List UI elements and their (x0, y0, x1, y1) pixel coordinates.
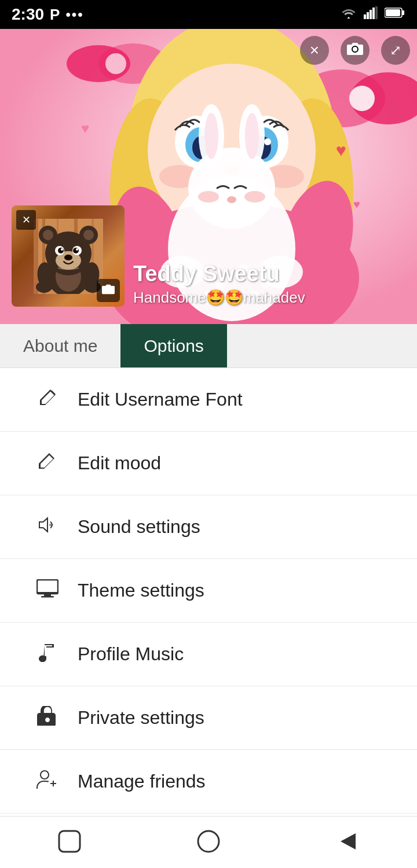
profile-music-icon (35, 642, 60, 667)
nav-back-button[interactable] (324, 825, 371, 860)
svg-rect-84 (41, 596, 54, 598)
option-profile-music[interactable]: Profile Music (0, 623, 417, 686)
status-time: 2:30 (12, 5, 44, 24)
nav-recents-icon (57, 829, 82, 856)
cover-camera-button[interactable] (341, 36, 370, 65)
svg-rect-2 (370, 10, 372, 19)
option-theme-settings[interactable]: Theme settings (0, 559, 417, 623)
svg-text:♥: ♥ (81, 120, 89, 136)
options-list: Edit Username Font Edit mood Sound setti… (0, 368, 417, 868)
sound-settings-icon (35, 515, 60, 539)
svg-rect-85 (59, 831, 80, 852)
svg-point-69 (58, 248, 64, 253)
sound-settings-label: Sound settings (78, 516, 200, 538)
svg-point-44 (245, 113, 259, 159)
svg-point-70 (61, 248, 63, 251)
svg-marker-87 (341, 833, 356, 849)
svg-text:♥: ♥ (353, 198, 360, 211)
svg-rect-81 (37, 580, 58, 594)
svg-point-72 (73, 248, 79, 253)
avatar-camera-button[interactable] (97, 279, 120, 302)
svg-rect-3 (372, 8, 375, 19)
nav-recents-button[interactable] (46, 825, 93, 860)
profile-status: Handsome🤩🤩mahadev (133, 289, 405, 307)
private-settings-icon (35, 706, 60, 730)
svg-rect-82 (37, 592, 58, 594)
battery-icon (385, 7, 405, 22)
cover-close-icon: × (310, 41, 319, 60)
edit-username-font-label: Edit Username Font (78, 389, 243, 410)
svg-point-73 (76, 248, 78, 251)
svg-rect-6 (402, 10, 404, 15)
nav-back-icon (335, 829, 360, 856)
avatar-close-button[interactable]: ✕ (16, 210, 36, 230)
svg-rect-55 (34, 219, 38, 294)
svg-point-14 (349, 86, 375, 111)
private-settings-label: Private settings (78, 707, 204, 729)
edit-mood-icon (35, 451, 60, 476)
svg-point-66 (83, 230, 94, 240)
nav-home-button[interactable] (185, 825, 232, 860)
edit-mood-label: Edit mood (78, 453, 161, 474)
option-edit-mood[interactable]: Edit mood (0, 432, 417, 495)
svg-point-47 (227, 196, 236, 203)
avatar-close-icon: ✕ (22, 214, 31, 226)
edit-username-font-icon (35, 388, 60, 412)
status-left: 2:30 P ••• (12, 5, 84, 24)
carrier-icon: P (50, 6, 60, 24)
manage-friends-icon (35, 770, 60, 793)
svg-point-77 (36, 281, 52, 293)
profile-music-label: Profile Music (78, 643, 184, 665)
cover-close-button[interactable]: × (300, 36, 329, 65)
tab-about-me-label: About me (23, 336, 97, 356)
tab-options[interactable]: Options (120, 324, 226, 367)
cover-top-controls: × ⤢ (300, 36, 410, 65)
svg-point-11 (105, 53, 126, 74)
svg-point-40 (188, 148, 275, 229)
status-bar: 2:30 P ••• (0, 0, 417, 29)
tab-about-me[interactable]: About me (0, 324, 120, 367)
tab-options-label: Options (144, 336, 203, 356)
svg-point-45 (198, 191, 219, 203)
cover-expand-icon: ⤢ (390, 42, 401, 58)
svg-point-46 (244, 191, 265, 203)
profile-info: Teddy Sweetu Handsome🤩🤩mahadev (133, 262, 405, 307)
cover-camera-icon (347, 42, 363, 60)
wifi-icon (341, 6, 357, 23)
svg-point-80 (49, 524, 52, 526)
signal-icon (364, 6, 378, 23)
theme-settings-icon (35, 579, 60, 602)
main-content: 2:30 P ••• (0, 0, 417, 868)
svg-point-86 (198, 831, 219, 852)
status-dots: ••• (65, 6, 83, 23)
manage-friends-label: Manage friends (78, 771, 206, 792)
svg-rect-4 (375, 6, 378, 19)
tab-bar: About me Options (0, 324, 417, 368)
option-manage-friends[interactable]: Manage friends (0, 750, 417, 814)
svg-point-26 (264, 138, 271, 145)
theme-settings-label: Theme settings (78, 580, 204, 601)
svg-rect-0 (364, 14, 366, 19)
nav-home-icon (196, 829, 221, 856)
avatar-container: ✕ (12, 205, 125, 307)
svg-point-74 (64, 255, 72, 260)
svg-rect-7 (386, 9, 400, 16)
avatar-area: ✕ (12, 205, 125, 307)
option-private-settings[interactable]: Private settings (0, 686, 417, 750)
bottom-nav (0, 816, 417, 868)
profile-cover: ♥ ♥ ♥ × ⤢ (0, 29, 417, 324)
option-sound-settings[interactable]: Sound settings (0, 495, 417, 559)
svg-point-64 (43, 230, 53, 240)
svg-point-42 (204, 113, 218, 159)
svg-rect-1 (367, 12, 369, 19)
profile-name: Teddy Sweetu (133, 262, 405, 286)
svg-rect-83 (44, 594, 51, 596)
bear-svg (34, 219, 103, 294)
svg-text:♥: ♥ (336, 141, 346, 160)
cover-expand-button[interactable]: ⤢ (381, 36, 410, 65)
option-edit-username-font[interactable]: Edit Username Font (0, 368, 417, 432)
avatar-camera-icon (102, 283, 115, 298)
status-right (341, 6, 405, 23)
